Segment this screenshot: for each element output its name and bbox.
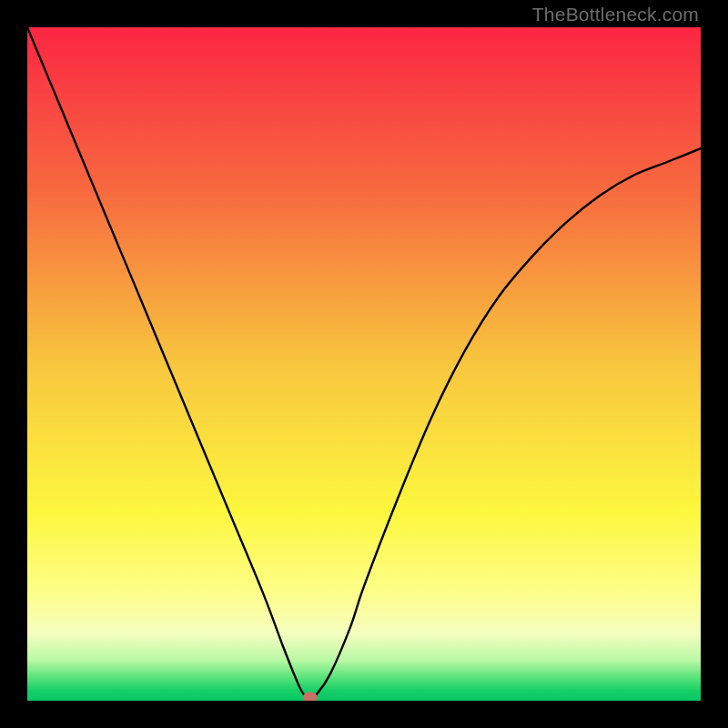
chart-frame [27, 27, 701, 701]
watermark-text: TheBottleneck.com [532, 4, 699, 25]
gradient-background [27, 27, 701, 701]
bottleneck-chart [27, 27, 701, 701]
